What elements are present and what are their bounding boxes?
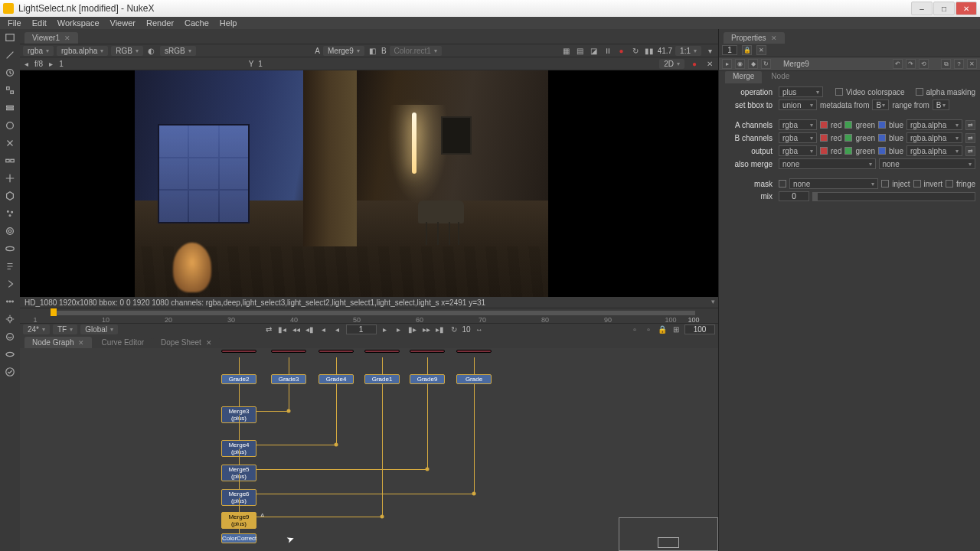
tool-merge-icon[interactable] xyxy=(3,154,17,168)
loop-icon[interactable]: ↻ xyxy=(449,325,459,334)
tool-gear-icon[interactable] xyxy=(3,312,17,326)
redo2-icon[interactable]: ↷ xyxy=(906,59,916,69)
operation-dropdown[interactable]: plus xyxy=(779,86,823,97)
o-inv-icon[interactable]: ⇄ xyxy=(965,146,975,156)
close-icon[interactable]: ✕ xyxy=(64,34,70,42)
caret-icon[interactable]: ▾ xyxy=(704,45,715,56)
menu-help[interactable]: Help xyxy=(215,18,242,28)
o-red-checkbox[interactable] xyxy=(820,147,828,155)
settings-icon[interactable]: ✕ xyxy=(704,58,715,69)
range-dropdown[interactable]: Global xyxy=(80,324,118,334)
close-icon[interactable]: ✕ xyxy=(206,339,212,347)
b-inv-icon[interactable]: ⇄ xyxy=(965,133,975,143)
b-green-checkbox[interactable] xyxy=(844,134,852,142)
expand-icon[interactable]: ▸ xyxy=(722,59,732,69)
bchannels-dropdown[interactable]: rgba xyxy=(779,132,817,143)
status-caret-icon[interactable]: ▾ xyxy=(711,298,715,305)
wipe-icon[interactable]: ◧ xyxy=(368,45,378,56)
nodegraph-overview[interactable] xyxy=(619,517,718,551)
current-frame-input[interactable] xyxy=(346,324,377,334)
node-read[interactable] xyxy=(364,350,400,353)
snap-icon[interactable]: ⊞ xyxy=(671,325,681,334)
sync-icon[interactable]: ⇄ xyxy=(263,325,274,334)
lock-icon[interactable]: 🔒 xyxy=(657,325,668,334)
node-colorcorrect[interactable]: ColorCorrect xyxy=(221,533,256,543)
play-back-icon[interactable]: ◂ xyxy=(318,325,329,334)
tool-3d-icon[interactable] xyxy=(3,189,17,203)
fringe-checkbox[interactable] xyxy=(946,180,953,187)
next-frame-icon[interactable]: ▮▸ xyxy=(407,325,418,334)
pauserender-icon[interactable]: ▮▮ xyxy=(644,45,655,56)
out-icon[interactable]: ▫ xyxy=(643,325,654,334)
node-read[interactable] xyxy=(456,350,492,353)
close-icon[interactable]: ✕ xyxy=(771,34,777,42)
a-red-checkbox[interactable] xyxy=(820,121,828,129)
play-fwd-icon[interactable]: ▸ xyxy=(380,325,390,334)
channels-dropdown[interactable]: RGB xyxy=(111,46,143,56)
timeline[interactable]: 1 10 20 30 40 50 60 70 80 90 100 100 xyxy=(20,308,718,323)
node-read[interactable] xyxy=(271,350,306,353)
next-key-icon[interactable]: ▸▸ xyxy=(421,325,432,334)
lock-icon[interactable]: 🔒 xyxy=(742,45,752,55)
b-node-dropdown[interactable]: Color.rect1 xyxy=(390,46,442,56)
tool-particles-icon[interactable] xyxy=(3,207,17,220)
tab-nodegraph[interactable]: Node Graph✕ xyxy=(24,337,92,348)
meta-dropdown[interactable]: B xyxy=(872,99,889,110)
alsomerge2-dropdown[interactable]: none xyxy=(879,158,976,169)
a-inv-icon[interactable]: ⇄ xyxy=(965,120,975,130)
videocs-checkbox[interactable] xyxy=(835,88,843,96)
tool-filter-icon[interactable] xyxy=(3,119,17,132)
mask-dropdown[interactable]: none xyxy=(789,178,878,189)
step-back-icon[interactable]: ◂ xyxy=(332,325,343,334)
menu-edit[interactable]: Edit xyxy=(28,18,51,28)
close-button[interactable]: ✕ xyxy=(956,2,977,15)
alpha-dropdown[interactable]: rgba.alpha xyxy=(57,46,108,56)
roi-icon[interactable]: ▤ xyxy=(575,45,586,56)
tool-views-icon[interactable] xyxy=(3,242,17,256)
a-alpha-dropdown[interactable]: rgba.alpha xyxy=(906,119,962,130)
b-red-checkbox[interactable] xyxy=(820,134,828,142)
maskenable-checkbox[interactable] xyxy=(779,180,786,187)
viewer[interactable] xyxy=(20,70,718,297)
o-blue-checkbox[interactable] xyxy=(878,147,886,155)
menu-cache[interactable]: Cache xyxy=(180,18,214,28)
properties-tab[interactable]: Properties✕ xyxy=(724,32,785,44)
tool-image-icon[interactable] xyxy=(3,31,17,44)
range-dropdown[interactable]: B xyxy=(933,99,949,110)
tab-dopesheet[interactable]: Dope Sheet✕ xyxy=(153,337,220,348)
pin-icon[interactable]: ◆ xyxy=(748,59,758,69)
tool-metadata-icon[interactable] xyxy=(3,259,17,273)
tab-curveeditor[interactable]: Curve Editor xyxy=(93,337,152,348)
help-icon[interactable]: ? xyxy=(954,59,964,69)
tool-keyer-icon[interactable] xyxy=(3,136,17,150)
tool-deep-icon[interactable] xyxy=(3,224,17,238)
mix-slider[interactable] xyxy=(812,192,975,201)
menu-workspace[interactable]: Workspace xyxy=(53,18,104,28)
tool-toolsets-icon[interactable] xyxy=(3,277,17,291)
proxy-icon[interactable]: ◪ xyxy=(589,45,599,56)
prev-frame-icon[interactable]: ◂▮ xyxy=(305,325,315,334)
layer-dropdown[interactable]: rgba xyxy=(23,46,54,56)
node-read[interactable] xyxy=(318,350,354,353)
menu-file[interactable]: File xyxy=(3,18,26,28)
in-icon[interactable]: ▫ xyxy=(629,325,640,334)
bounce-icon[interactable]: ↔ xyxy=(474,325,485,334)
redo-icon[interactable]: ↻ xyxy=(761,59,771,69)
bbox-dropdown[interactable]: union xyxy=(779,99,817,110)
inject-checkbox[interactable] xyxy=(881,180,889,187)
close-icon[interactable]: ✕ xyxy=(78,339,84,347)
b-alpha-dropdown[interactable]: rgba.alpha xyxy=(906,132,962,143)
float-icon[interactable]: ⧉ xyxy=(941,59,951,69)
prev-key-icon[interactable]: ◂◂ xyxy=(291,325,302,334)
o-alpha-dropdown[interactable]: rgba.alpha xyxy=(906,145,962,156)
properties-node-header[interactable]: ▸ ◉ ◆ ↻ Merge9 ↶ ↷ ⟲ ⧉ ? ✕ xyxy=(719,57,980,71)
mix-input[interactable] xyxy=(779,191,809,201)
undo-icon[interactable]: ↶ xyxy=(893,59,903,69)
viewer-tab[interactable]: Viewer1✕ xyxy=(24,32,78,44)
prev-icon[interactable]: ◂ xyxy=(23,60,30,68)
center-icon[interactable]: ◉ xyxy=(735,59,745,69)
node-read[interactable] xyxy=(221,350,256,353)
first-frame-icon[interactable]: ▮◂ xyxy=(277,325,288,334)
invert-checkbox[interactable] xyxy=(913,180,921,187)
closepanel-icon[interactable]: ✕ xyxy=(967,59,977,69)
